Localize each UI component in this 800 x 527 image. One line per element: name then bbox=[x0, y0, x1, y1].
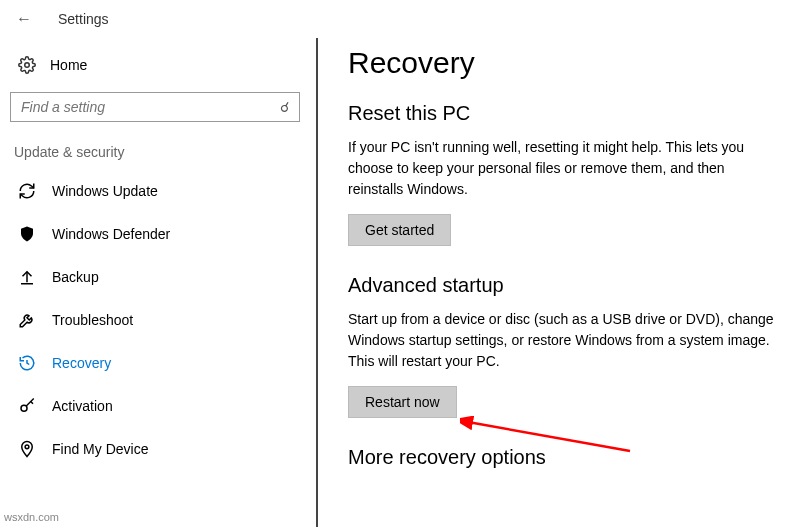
sidebar-item-label: Recovery bbox=[52, 355, 111, 371]
shield-icon bbox=[18, 225, 36, 243]
sidebar-item-troubleshoot[interactable]: Troubleshoot bbox=[10, 299, 300, 342]
history-icon bbox=[18, 354, 36, 372]
sidebar-item-label: Backup bbox=[52, 269, 99, 285]
sidebar-item-label: Troubleshoot bbox=[52, 312, 133, 328]
window-title: Settings bbox=[58, 11, 109, 27]
home-label: Home bbox=[50, 57, 87, 73]
svg-point-1 bbox=[21, 405, 27, 411]
advanced-heading: Advanced startup bbox=[348, 274, 780, 297]
content-area: Recovery Reset this PC If your PC isn't … bbox=[316, 38, 800, 527]
location-icon bbox=[18, 440, 36, 458]
svg-point-0 bbox=[25, 63, 30, 68]
svg-point-2 bbox=[25, 445, 29, 449]
get-started-button[interactable]: Get started bbox=[348, 214, 451, 246]
home-nav[interactable]: Home bbox=[10, 48, 300, 82]
key-icon bbox=[18, 397, 36, 415]
sidebar-item-label: Windows Defender bbox=[52, 226, 170, 242]
backup-icon bbox=[18, 268, 36, 286]
back-button[interactable]: ← bbox=[10, 8, 38, 30]
restart-now-button[interactable]: Restart now bbox=[348, 386, 457, 418]
more-heading: More recovery options bbox=[348, 446, 780, 469]
watermark: wsxdn.com bbox=[4, 511, 59, 523]
sidebar-item-label: Activation bbox=[52, 398, 113, 414]
sidebar-item-find-my-device[interactable]: Find My Device bbox=[10, 428, 300, 471]
advanced-body: Start up from a device or disc (such as … bbox=[348, 309, 778, 372]
sidebar-item-label: Windows Update bbox=[52, 183, 158, 199]
sidebar-item-windows-update[interactable]: Windows Update bbox=[10, 170, 300, 213]
sidebar-item-label: Find My Device bbox=[52, 441, 148, 457]
search-box[interactable]: ☌ bbox=[10, 92, 300, 122]
sidebar-item-backup[interactable]: Backup bbox=[10, 256, 300, 299]
search-icon: ☌ bbox=[280, 99, 289, 115]
reset-body: If your PC isn't running well, resetting… bbox=[348, 137, 778, 200]
section-label: Update & security bbox=[10, 144, 300, 160]
gear-icon bbox=[18, 56, 36, 74]
search-input[interactable] bbox=[21, 99, 280, 115]
sidebar: Home ☌ Update & security Windows Update … bbox=[0, 38, 310, 527]
sidebar-item-recovery[interactable]: Recovery bbox=[10, 342, 300, 385]
wrench-icon bbox=[18, 311, 36, 329]
reset-heading: Reset this PC bbox=[348, 102, 780, 125]
sidebar-item-windows-defender[interactable]: Windows Defender bbox=[10, 213, 300, 256]
page-title: Recovery bbox=[348, 46, 780, 80]
sync-icon bbox=[18, 182, 36, 200]
sidebar-item-activation[interactable]: Activation bbox=[10, 385, 300, 428]
